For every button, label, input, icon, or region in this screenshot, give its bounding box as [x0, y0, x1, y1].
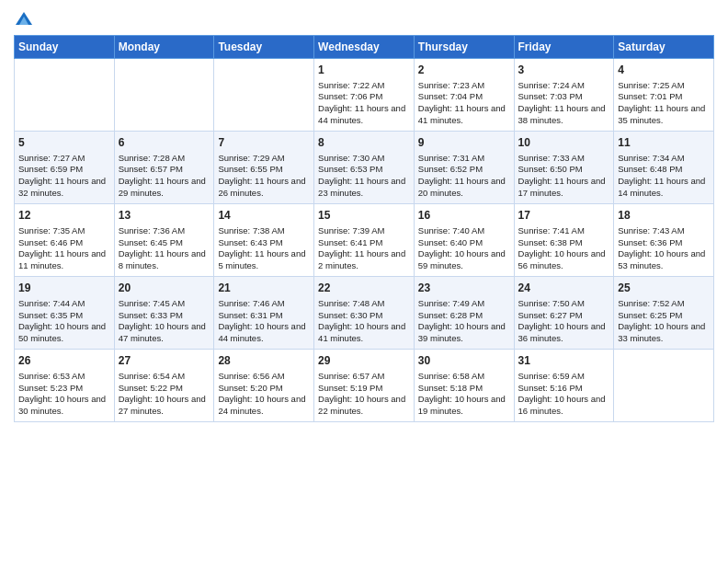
cell-content: Sunrise: 6:58 AM Sunset: 5:18 PM Dayligh…	[418, 371, 510, 418]
cell-content: Sunrise: 7:29 AM Sunset: 6:55 PM Dayligh…	[218, 153, 310, 200]
calendar-cell: 25Sunrise: 7:52 AM Sunset: 6:25 PM Dayli…	[614, 276, 714, 349]
day-number: 19	[18, 281, 110, 296]
day-number: 25	[618, 281, 710, 296]
cell-content: Sunrise: 7:35 AM Sunset: 6:46 PM Dayligh…	[18, 225, 110, 272]
header	[14, 9, 714, 28]
cell-content: Sunrise: 7:23 AM Sunset: 7:04 PM Dayligh…	[418, 80, 510, 127]
col-header-thursday: Thursday	[414, 35, 514, 58]
cell-content: Sunrise: 6:57 AM Sunset: 5:19 PM Dayligh…	[318, 371, 410, 418]
day-number: 24	[518, 281, 610, 296]
cell-content: Sunrise: 7:34 AM Sunset: 6:48 PM Dayligh…	[618, 153, 710, 200]
logo-text	[14, 9, 32, 28]
day-number: 31	[518, 353, 610, 369]
calendar-page: SundayMondayTuesdayWednesdayThursdayFrid…	[0, 0, 728, 563]
cell-content: Sunrise: 6:56 AM Sunset: 5:20 PM Dayligh…	[218, 371, 310, 418]
cell-content: Sunrise: 7:36 AM Sunset: 6:45 PM Dayligh…	[119, 225, 210, 272]
day-number: 16	[418, 208, 510, 224]
calendar-cell	[214, 58, 314, 131]
calendar-cell: 17Sunrise: 7:41 AM Sunset: 6:38 PM Dayli…	[514, 203, 614, 276]
day-number: 2	[418, 63, 510, 78]
calendar-cell: 3Sunrise: 7:24 AM Sunset: 7:03 PM Daylig…	[514, 58, 614, 131]
day-number: 14	[218, 208, 310, 224]
day-number: 15	[318, 208, 410, 224]
cell-content: Sunrise: 7:24 AM Sunset: 7:03 PM Dayligh…	[518, 80, 610, 127]
calendar-cell: 15Sunrise: 7:39 AM Sunset: 6:41 PM Dayli…	[314, 203, 415, 276]
day-number: 13	[119, 208, 210, 224]
day-number: 27	[119, 353, 210, 369]
calendar-cell: 9Sunrise: 7:31 AM Sunset: 6:52 PM Daylig…	[414, 131, 514, 203]
day-number: 11	[618, 135, 710, 151]
cell-content: Sunrise: 7:31 AM Sunset: 6:52 PM Dayligh…	[418, 153, 510, 200]
calendar-cell: 28Sunrise: 6:56 AM Sunset: 5:20 PM Dayli…	[214, 349, 314, 421]
cell-content: Sunrise: 7:52 AM Sunset: 6:25 PM Dayligh…	[618, 298, 710, 345]
cell-content: Sunrise: 6:59 AM Sunset: 5:16 PM Dayligh…	[518, 371, 610, 418]
cell-content: Sunrise: 7:46 AM Sunset: 6:31 PM Dayligh…	[218, 298, 310, 345]
calendar-cell: 19Sunrise: 7:44 AM Sunset: 6:35 PM Dayli…	[15, 276, 115, 349]
calendar-cell: 16Sunrise: 7:40 AM Sunset: 6:40 PM Dayli…	[414, 203, 514, 276]
cell-content: Sunrise: 7:22 AM Sunset: 7:06 PM Dayligh…	[318, 80, 410, 127]
cell-content: Sunrise: 7:40 AM Sunset: 6:40 PM Dayligh…	[418, 225, 510, 272]
day-number: 30	[418, 353, 510, 369]
calendar-cell: 4Sunrise: 7:25 AM Sunset: 7:01 PM Daylig…	[614, 58, 714, 131]
calendar-cell: 22Sunrise: 7:48 AM Sunset: 6:30 PM Dayli…	[314, 276, 415, 349]
calendar-cell: 26Sunrise: 6:53 AM Sunset: 5:23 PM Dayli…	[15, 349, 115, 421]
col-header-friday: Friday	[514, 35, 614, 58]
day-number: 22	[318, 281, 410, 296]
day-number: 3	[518, 63, 610, 78]
calendar-cell: 13Sunrise: 7:36 AM Sunset: 6:45 PM Dayli…	[114, 203, 214, 276]
calendar-cell: 29Sunrise: 6:57 AM Sunset: 5:19 PM Dayli…	[314, 349, 415, 421]
cell-content: Sunrise: 7:44 AM Sunset: 6:35 PM Dayligh…	[18, 298, 110, 345]
calendar-table: SundayMondayTuesdayWednesdayThursdayFrid…	[14, 35, 714, 422]
cell-content: Sunrise: 7:30 AM Sunset: 6:53 PM Dayligh…	[318, 153, 410, 200]
cell-content: Sunrise: 7:28 AM Sunset: 6:57 PM Dayligh…	[119, 153, 210, 200]
cell-content: Sunrise: 7:43 AM Sunset: 6:36 PM Dayligh…	[618, 225, 710, 272]
day-number: 6	[119, 135, 210, 151]
cell-content: Sunrise: 7:41 AM Sunset: 6:38 PM Dayligh…	[518, 225, 610, 272]
day-number: 28	[218, 353, 310, 369]
cell-content: Sunrise: 7:38 AM Sunset: 6:43 PM Dayligh…	[218, 225, 310, 272]
calendar-cell: 2Sunrise: 7:23 AM Sunset: 7:04 PM Daylig…	[414, 58, 514, 131]
cell-content: Sunrise: 7:39 AM Sunset: 6:41 PM Dayligh…	[318, 225, 410, 272]
day-number: 17	[518, 208, 610, 224]
calendar-cell	[114, 58, 214, 131]
calendar-cell: 8Sunrise: 7:30 AM Sunset: 6:53 PM Daylig…	[314, 131, 415, 203]
week-row-5: 26Sunrise: 6:53 AM Sunset: 5:23 PM Dayli…	[15, 349, 714, 421]
calendar-cell: 31Sunrise: 6:59 AM Sunset: 5:16 PM Dayli…	[514, 349, 614, 421]
cell-content: Sunrise: 7:49 AM Sunset: 6:28 PM Dayligh…	[418, 298, 510, 345]
cell-content: Sunrise: 7:45 AM Sunset: 6:33 PM Dayligh…	[119, 298, 210, 345]
col-header-monday: Monday	[114, 35, 214, 58]
calendar-cell: 18Sunrise: 7:43 AM Sunset: 6:36 PM Dayli…	[614, 203, 714, 276]
calendar-cell	[614, 349, 714, 421]
calendar-cell: 5Sunrise: 7:27 AM Sunset: 6:59 PM Daylig…	[15, 131, 115, 203]
calendar-cell: 14Sunrise: 7:38 AM Sunset: 6:43 PM Dayli…	[214, 203, 314, 276]
cell-content: Sunrise: 7:27 AM Sunset: 6:59 PM Dayligh…	[18, 153, 110, 200]
col-header-saturday: Saturday	[614, 35, 714, 58]
week-row-2: 5Sunrise: 7:27 AM Sunset: 6:59 PM Daylig…	[15, 131, 714, 203]
cell-content: Sunrise: 7:33 AM Sunset: 6:50 PM Dayligh…	[518, 153, 610, 200]
day-number: 8	[318, 135, 410, 151]
day-number: 1	[318, 63, 410, 78]
day-number: 29	[318, 353, 410, 369]
cell-content: Sunrise: 7:25 AM Sunset: 7:01 PM Dayligh…	[618, 80, 710, 127]
col-header-wednesday: Wednesday	[314, 35, 415, 58]
calendar-cell: 1Sunrise: 7:22 AM Sunset: 7:06 PM Daylig…	[314, 58, 415, 131]
day-number: 20	[119, 281, 210, 296]
calendar-header-row: SundayMondayTuesdayWednesdayThursdayFrid…	[15, 35, 714, 58]
day-number: 10	[518, 135, 610, 151]
day-number: 9	[418, 135, 510, 151]
calendar-cell: 7Sunrise: 7:29 AM Sunset: 6:55 PM Daylig…	[214, 131, 314, 203]
week-row-3: 12Sunrise: 7:35 AM Sunset: 6:46 PM Dayli…	[15, 203, 714, 276]
cell-content: Sunrise: 7:50 AM Sunset: 6:27 PM Dayligh…	[518, 298, 610, 345]
day-number: 26	[18, 353, 110, 369]
calendar-cell: 30Sunrise: 6:58 AM Sunset: 5:18 PM Dayli…	[414, 349, 514, 421]
day-number: 21	[218, 281, 310, 296]
logo	[14, 9, 32, 28]
calendar-cell: 23Sunrise: 7:49 AM Sunset: 6:28 PM Dayli…	[414, 276, 514, 349]
week-row-4: 19Sunrise: 7:44 AM Sunset: 6:35 PM Dayli…	[15, 276, 714, 349]
day-number: 18	[618, 208, 710, 224]
week-row-1: 1Sunrise: 7:22 AM Sunset: 7:06 PM Daylig…	[15, 58, 714, 131]
calendar-cell: 12Sunrise: 7:35 AM Sunset: 6:46 PM Dayli…	[15, 203, 115, 276]
col-header-sunday: Sunday	[15, 35, 115, 58]
calendar-cell: 11Sunrise: 7:34 AM Sunset: 6:48 PM Dayli…	[614, 131, 714, 203]
cell-content: Sunrise: 7:48 AM Sunset: 6:30 PM Dayligh…	[318, 298, 410, 345]
